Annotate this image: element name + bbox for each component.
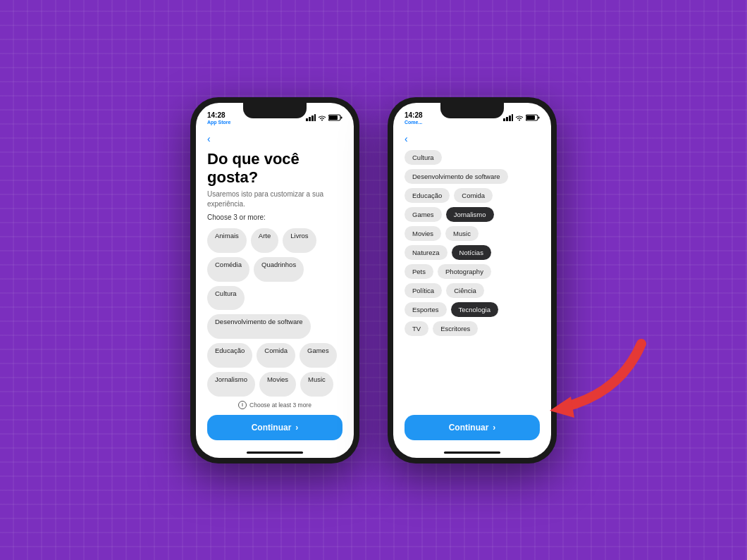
tags-row-movies: Movies Music	[405, 226, 540, 241]
tag-noticias[interactable]: Notícias	[452, 245, 491, 260]
continue-arrow-1: ›	[295, 423, 298, 433]
time-2: 14:28	[405, 111, 423, 119]
tag-esportes[interactable]: Esportes	[405, 302, 447, 317]
back-button-1[interactable]: ‹	[207, 133, 342, 144]
svg-rect-7	[503, 118, 505, 121]
tags-row-edu: Educação Comida	[405, 188, 540, 203]
screen-2: 14:28 Come...	[393, 103, 551, 458]
svg-rect-12	[538, 117, 540, 119]
signal-icon-2	[503, 114, 513, 121]
tooltip-bar: i Choose at least 3 more	[207, 401, 342, 409]
tag-games-2[interactable]: Games	[405, 207, 442, 222]
tags-row-esportes: Esportes Tecnologia	[405, 302, 540, 317]
svg-rect-0	[306, 118, 308, 121]
app-store-2: Come...	[405, 120, 423, 125]
tag-movies-2[interactable]: Movies	[405, 226, 441, 241]
tags-row-dev: Desenvolvimento de software	[405, 169, 540, 184]
tag-quadrinhos[interactable]: Quadrinhos	[254, 257, 304, 282]
back-button-2[interactable]: ‹	[405, 133, 540, 144]
tag-photography[interactable]: Photography	[438, 264, 491, 279]
battery-icon	[328, 114, 342, 121]
tags-row-tv: TV Escritores	[405, 321, 540, 336]
screen-1: 14:28 App Store	[196, 103, 354, 458]
tag-tecnologia[interactable]: Tecnologia	[451, 302, 498, 317]
home-indicator-2	[444, 452, 500, 454]
tags-row-natureza: Natureza Notícias	[405, 245, 540, 260]
time-1: 14:28	[207, 111, 230, 119]
continue-button-1[interactable]: Continuar ›	[207, 415, 342, 440]
tag-comida[interactable]: Comida	[257, 343, 295, 368]
svg-marker-14	[550, 397, 574, 418]
svg-rect-8	[506, 117, 508, 121]
home-indicator-1	[247, 452, 303, 454]
tag-music[interactable]: Music	[300, 372, 333, 397]
continue-arrow-2: ›	[493, 423, 495, 433]
tag-pets[interactable]: Pets	[405, 264, 433, 279]
tags-row-games: Games Jornalismo	[405, 207, 540, 222]
wifi-icon-2	[515, 115, 524, 121]
tag-natureza[interactable]: Natureza	[405, 245, 447, 260]
page-subtitle-1: Usaremos isto para customizar a sua expe…	[207, 189, 342, 209]
app-store-1: App Store	[207, 120, 230, 125]
tag-tv[interactable]: TV	[405, 321, 428, 336]
svg-rect-5	[341, 117, 342, 119]
info-icon: i	[238, 401, 247, 409]
svg-rect-10	[512, 114, 513, 121]
svg-rect-13	[526, 116, 535, 120]
notch-2	[440, 103, 504, 118]
tags-container-1: Animais Arte Livros Comédia Quadrinhos C…	[207, 228, 342, 396]
notch-1	[243, 103, 307, 118]
tag-cultura-2[interactable]: Cultura	[405, 150, 442, 165]
tag-animais[interactable]: Animais	[207, 228, 247, 253]
tag-ciencia[interactable]: Ciência	[446, 283, 484, 298]
tag-politica[interactable]: Política	[405, 283, 442, 298]
tags-row-cultura: Cultura	[405, 150, 540, 165]
tag-jornalismo[interactable]: Jornalismo	[207, 372, 255, 397]
tag-movies[interactable]: Movies	[259, 372, 296, 397]
svg-rect-1	[309, 117, 311, 121]
svg-rect-6	[329, 116, 338, 120]
tag-educacao[interactable]: Educação	[207, 343, 252, 368]
tag-livros[interactable]: Livros	[283, 228, 316, 253]
svg-rect-9	[509, 116, 511, 121]
continue-button-2[interactable]: Continuar ›	[405, 415, 540, 440]
status-icons-2	[503, 114, 540, 121]
tag-jornalismo-2[interactable]: Jornalismo	[446, 207, 494, 222]
tag-comedia[interactable]: Comédia	[207, 257, 249, 282]
screen-1-content: ‹ Do que você gosta? Usaremos isto para …	[196, 127, 354, 449]
svg-rect-3	[314, 114, 316, 121]
tag-games[interactable]: Games	[300, 343, 337, 368]
tag-educacao-2[interactable]: Educação	[405, 188, 450, 203]
tags-grid-2: Cultura Desenvolvimento de software Educ…	[405, 150, 540, 409]
svg-rect-2	[311, 116, 314, 121]
phone-2: 14:28 Come...	[388, 97, 557, 463]
signal-icon	[306, 114, 316, 121]
tag-music-2[interactable]: Music	[445, 226, 479, 241]
tags-row-pets: Pets Photography	[405, 264, 540, 279]
tag-dev-2[interactable]: Desenvolvimento de software	[405, 169, 508, 184]
page-title-1: Do que você gosta?	[207, 150, 342, 187]
tag-comida-2[interactable]: Comida	[454, 188, 493, 203]
phone-1: 14:28 App Store	[190, 97, 359, 463]
wifi-icon	[318, 115, 326, 121]
tooltip-text: Choose at least 3 more	[249, 402, 311, 409]
choose-label-1: Choose 3 or more:	[207, 213, 342, 221]
tag-arte[interactable]: Arte	[251, 228, 278, 253]
status-icons-1	[306, 114, 342, 121]
battery-icon-2	[526, 114, 540, 121]
tag-cultura[interactable]: Cultura	[207, 286, 245, 311]
tag-escritores[interactable]: Escritores	[433, 321, 478, 336]
tags-row-politica: Política Ciência	[405, 283, 540, 298]
tag-desenvolvimento[interactable]: Desenvolvimento de software	[207, 314, 311, 339]
screen-2-content: ‹ Cultura Desenvolvimento de software Ed…	[393, 127, 551, 449]
